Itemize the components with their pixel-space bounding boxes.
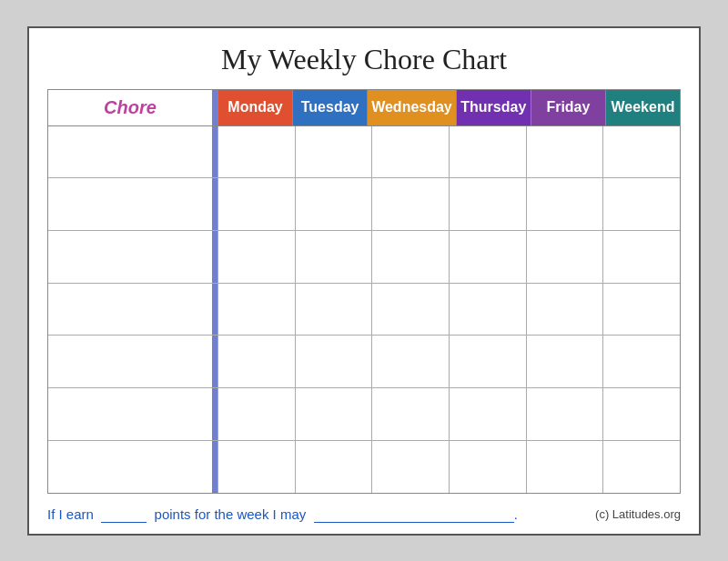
table-row — [602, 388, 680, 440]
footer: If I earn points for the week I may . (c… — [47, 503, 681, 523]
table-row — [371, 284, 449, 336]
footer-middle: points for the week I may — [155, 506, 307, 522]
table-row — [295, 284, 372, 336]
chore-cell — [48, 284, 212, 336]
table-row — [449, 441, 526, 493]
table-row — [371, 388, 449, 440]
page-title: My Weekly Chore Chart — [47, 43, 681, 76]
header-weekend: Weekend — [605, 90, 680, 125]
header-friday: Friday — [531, 90, 605, 125]
table-row — [449, 284, 526, 336]
table-row — [48, 126, 680, 179]
chore-cell — [48, 441, 212, 493]
table-row — [526, 388, 603, 440]
table-row — [48, 388, 680, 441]
header-thursday: Thursday — [456, 90, 531, 125]
table-row — [217, 284, 295, 336]
table-row — [295, 231, 372, 283]
table-row — [449, 126, 526, 178]
table-row — [371, 441, 449, 493]
table-row — [217, 388, 295, 440]
table-row — [449, 231, 526, 283]
chore-cell — [48, 231, 212, 283]
table-row — [602, 178, 680, 230]
table-row — [602, 126, 680, 178]
table-row — [526, 284, 603, 336]
chore-chart: Chore Monday Tuesday Wednesday Thursday … — [47, 89, 681, 494]
table-row — [526, 126, 603, 178]
table-row — [526, 441, 603, 493]
header-monday: Monday — [217, 90, 292, 125]
table-row — [449, 388, 526, 440]
table-row — [602, 231, 680, 283]
table-row — [371, 231, 449, 283]
table-row — [217, 126, 295, 178]
table-row — [48, 284, 680, 336]
footer-blank2 — [314, 506, 514, 523]
table-row — [217, 336, 295, 387]
header-tuesday: Tuesday — [292, 90, 367, 125]
table-row — [526, 336, 603, 387]
chore-cell — [48, 388, 212, 440]
table-row — [602, 284, 680, 336]
table-row — [526, 231, 603, 283]
table-row — [449, 178, 526, 230]
table-row — [295, 441, 372, 493]
table-row — [48, 441, 680, 493]
table-row — [371, 126, 449, 178]
table-row — [449, 336, 526, 387]
table-row — [602, 441, 680, 493]
table-row — [217, 441, 295, 493]
chore-cell — [48, 178, 212, 230]
footer-suffix: . — [514, 506, 518, 522]
chore-cell — [48, 336, 212, 387]
header-wednesday: Wednesday — [367, 90, 456, 125]
table-row — [295, 178, 372, 230]
footer-blank1 — [101, 506, 147, 523]
table-row — [48, 178, 680, 231]
table-row — [295, 126, 372, 178]
table-row — [48, 336, 680, 388]
footer-sentence: If I earn points for the week I may . — [47, 506, 518, 523]
page: My Weekly Chore Chart Chore Monday Tuesd… — [27, 26, 701, 536]
copyright-text: (c) Latitudes.org — [595, 507, 681, 521]
chart-header: Chore Monday Tuesday Wednesday Thursday … — [48, 90, 680, 126]
table-row — [48, 231, 680, 284]
chore-cell — [48, 126, 212, 178]
table-row — [295, 388, 372, 440]
table-row — [602, 336, 680, 387]
chart-body — [48, 126, 680, 493]
table-row — [217, 178, 295, 230]
chore-header-cell: Chore — [48, 90, 212, 125]
table-row — [295, 336, 372, 387]
table-row — [217, 231, 295, 283]
table-row — [371, 336, 449, 387]
table-row — [526, 178, 603, 230]
table-row — [371, 178, 449, 230]
footer-prefix: If I earn — [47, 506, 94, 522]
